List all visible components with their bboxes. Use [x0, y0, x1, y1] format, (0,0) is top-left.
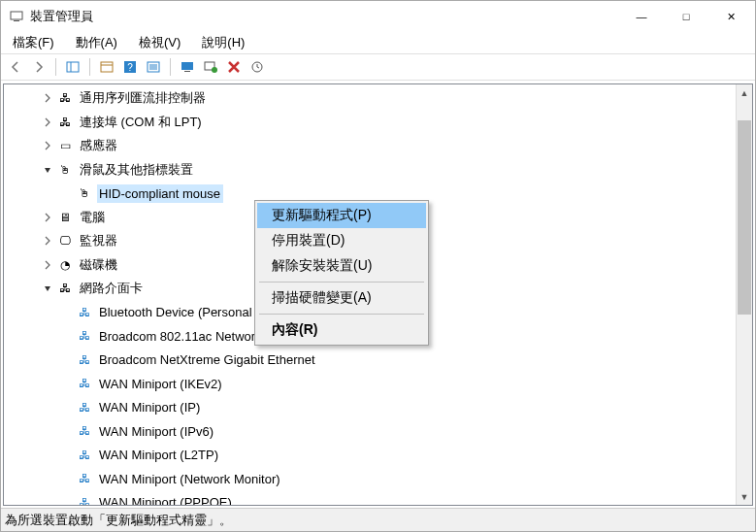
tree-item-label[interactable]: 磁碟機	[78, 254, 120, 276]
context-separator	[259, 314, 424, 315]
device-icon: 🖧	[76, 401, 93, 415]
svg-rect-13	[184, 71, 190, 72]
vertical-scrollbar[interactable]: ▲ ▼	[736, 84, 752, 505]
tree-row[interactable]: ▭感應器	[8, 134, 736, 158]
toolbar-separator	[55, 58, 56, 76]
expander-spacer	[60, 424, 74, 438]
tree-row[interactable]: 🖧WAN Miniport (L2TP)	[8, 444, 736, 468]
tree-item-label[interactable]: 電腦	[78, 207, 108, 228]
chevron-right-icon[interactable]	[41, 91, 54, 105]
tree-row[interactable]: 🖧Broadcom NetXtreme Gigabit Ethernet	[8, 349, 736, 373]
device-icon: 🖧	[76, 472, 93, 485]
tree-item-label[interactable]: 監視器	[78, 230, 120, 251]
forward-button[interactable]	[28, 56, 49, 78]
context-menu: 更新驅動程式(P) 停用裝置(D) 解除安裝裝置(U) 掃描硬體變更(A) 內容…	[254, 200, 429, 346]
tree-item-label[interactable]: WAN Miniport (IKEv2)	[97, 375, 225, 393]
scroll-thumb[interactable]	[738, 120, 751, 315]
chevron-right-icon[interactable]	[41, 234, 54, 248]
titlebar: 裝置管理員 — □ ✕	[1, 1, 755, 32]
toolbar-scan-button[interactable]	[200, 56, 221, 78]
tree-item-label[interactable]: WAN Miniport (PPPOE)	[97, 493, 235, 505]
chevron-right-icon[interactable]	[41, 258, 54, 272]
tree-row[interactable]: 🖧WAN Miniport (Network Monitor)	[8, 467, 736, 491]
tree-item-label[interactable]: 通用序列匯流排控制器	[78, 87, 209, 109]
maximize-button[interactable]: □	[664, 2, 708, 31]
close-button[interactable]: ✕	[708, 2, 753, 31]
device-icon: 🖧	[76, 353, 93, 367]
tree-item-label[interactable]: WAN Miniport (IPv6)	[97, 422, 216, 441]
tree-item-label[interactable]: 感應器	[78, 135, 120, 156]
context-separator	[259, 282, 424, 283]
expander-spacer	[60, 186, 74, 200]
window-title: 裝置管理員	[30, 8, 619, 25]
tree-item-label[interactable]: WAN Miniport (Network Monitor)	[97, 470, 283, 488]
statusbar: 為所選裝置啟動「更新驅動程式精靈」。	[1, 508, 755, 531]
context-update-driver[interactable]: 更新驅動程式(P)	[257, 203, 426, 228]
context-uninstall-device[interactable]: 解除安裝裝置(U)	[257, 253, 426, 279]
back-button[interactable]	[5, 56, 26, 78]
toolbar-help-button[interactable]: ?	[119, 56, 141, 78]
tree-item-label[interactable]: Broadcom NetXtreme Gigabit Ethernet	[97, 350, 318, 369]
menu-view[interactable]: 檢視(V)	[133, 32, 186, 53]
tree-row[interactable]: 🖧WAN Miniport (IPv6)	[8, 419, 736, 444]
device-icon: ▭	[56, 139, 74, 152]
scroll-track[interactable]	[737, 101, 752, 488]
toolbar-remove-button[interactable]	[223, 56, 245, 78]
chevron-right-icon[interactable]	[41, 139, 54, 152]
scroll-up-button[interactable]: ▲	[737, 84, 752, 101]
svg-rect-1	[14, 20, 19, 21]
menubar: 檔案(F) 動作(A) 檢視(V) 說明(H)	[1, 32, 755, 53]
svg-rect-2	[67, 62, 79, 72]
tree-item-label[interactable]: WAN Miniport (L2TP)	[97, 446, 221, 464]
tree-item-label[interactable]: HID-compliant mouse	[97, 184, 223, 203]
tree-row[interactable]: 🖧WAN Miniport (IP)	[8, 396, 736, 420]
expander-spacer	[60, 377, 74, 390]
tree-row[interactable]: 🖧連接埠 (COM 和 LPT)	[8, 111, 736, 135]
tree-item-label[interactable]: 滑鼠及其他指標裝置	[78, 159, 196, 181]
chevron-right-icon[interactable]	[41, 116, 54, 129]
toolbar-separator	[89, 58, 90, 76]
app-icon	[9, 9, 24, 24]
context-disable-device[interactable]: 停用裝置(D)	[257, 228, 426, 253]
tree-row[interactable]: 🖧WAN Miniport (PPPOE)	[8, 491, 736, 506]
device-icon: 🖧	[76, 449, 93, 462]
toolbar-update-button[interactable]	[247, 56, 268, 78]
menu-help[interactable]: 說明(H)	[196, 32, 250, 53]
device-icon: 🖱	[76, 186, 93, 200]
chevron-down-icon[interactable]	[41, 163, 54, 177]
tree-row[interactable]: 🖱滑鼠及其他指標裝置	[8, 158, 736, 183]
expander-spacer	[60, 306, 74, 319]
device-icon: 🖥	[56, 211, 74, 224]
device-icon: 🖧	[76, 377, 93, 390]
expander-spacer	[60, 329, 74, 343]
chevron-right-icon[interactable]	[41, 211, 54, 224]
expander-spacer	[60, 401, 74, 415]
device-icon: 🖧	[76, 329, 93, 343]
menu-file[interactable]: 檔案(F)	[7, 32, 60, 53]
status-text: 為所選裝置啟動「更新驅動程式精靈」。	[5, 512, 232, 529]
window-controls: — □ ✕	[619, 2, 753, 31]
context-properties[interactable]: 內容(R)	[257, 317, 426, 343]
tree-item-label[interactable]: 連接埠 (COM 和 LPT)	[78, 112, 205, 133]
chevron-down-icon[interactable]	[41, 282, 54, 295]
svg-rect-4	[101, 62, 113, 72]
main-area: 🖧通用序列匯流排控制器🖧連接埠 (COM 和 LPT)▭感應器🖱滑鼠及其他指標裝…	[1, 81, 755, 508]
svg-rect-0	[11, 12, 22, 19]
toolbar-monitor-button[interactable]	[177, 56, 198, 78]
tree-row[interactable]: 🖧WAN Miniport (IKEv2)	[8, 372, 736, 396]
tree-row[interactable]: 🖧通用序列匯流排控制器	[8, 86, 736, 111]
toolbar-list-button[interactable]	[143, 56, 164, 78]
svg-rect-12	[181, 62, 193, 70]
scroll-down-button[interactable]: ▼	[737, 488, 752, 505]
device-icon: 🖧	[76, 424, 93, 438]
tree-item-label[interactable]: 網路介面卡	[78, 278, 146, 299]
toolbar-panel-button[interactable]	[62, 56, 83, 78]
minimize-button[interactable]: —	[619, 2, 664, 31]
device-icon: ◔	[56, 258, 74, 272]
toolbar-properties-button[interactable]	[96, 56, 117, 78]
menu-action[interactable]: 動作(A)	[70, 32, 123, 53]
expander-spacer	[60, 472, 74, 485]
context-scan-hardware[interactable]: 掃描硬體變更(A)	[257, 285, 426, 311]
expander-spacer	[60, 449, 74, 462]
tree-item-label[interactable]: WAN Miniport (IP)	[97, 398, 203, 416]
